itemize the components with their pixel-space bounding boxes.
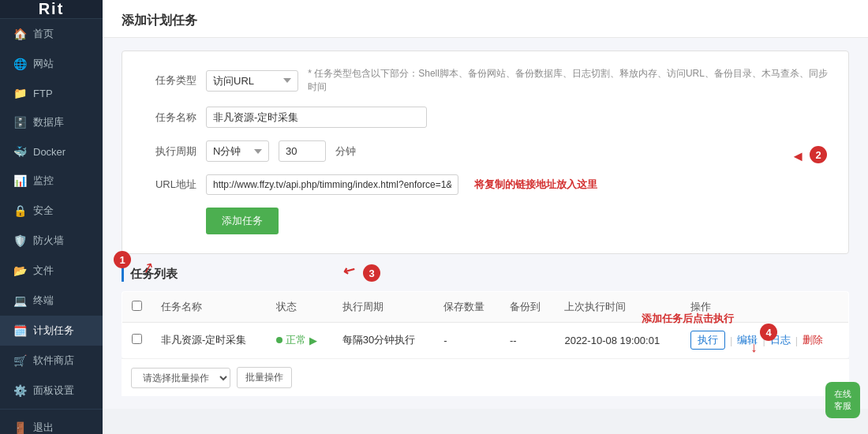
- select-all-checkbox[interactable]: [132, 301, 142, 311]
- annotation-badge-4: 4: [760, 324, 777, 341]
- panel-icon: ⚙️: [13, 384, 27, 397]
- url-input[interactable]: [206, 174, 458, 195]
- annotation-badge-1: 1: [114, 251, 131, 268]
- page-header: 添加计划任务: [103, 0, 868, 38]
- sidebar-label-docker: Docker: [33, 146, 65, 158]
- arrow-2: ◄: [791, 148, 805, 165]
- status-arrow: ▶: [309, 335, 317, 346]
- ftp-icon: 📁: [13, 87, 27, 99]
- sidebar-item-monitor[interactable]: 📊 监控: [0, 166, 103, 196]
- database-icon: 🗄️: [13, 116, 27, 129]
- task-name-input[interactable]: [206, 107, 427, 128]
- sidebar-item-appstore[interactable]: 🛒 软件商店: [0, 346, 103, 376]
- sidebar-item-firewall[interactable]: 🛡️ 防火墙: [0, 226, 103, 256]
- arrow-4: ↓: [750, 339, 758, 356]
- task-name-label: 任务名称: [141, 110, 196, 125]
- batch-action-button[interactable]: 批量操作: [237, 367, 292, 388]
- col-task-name: 任务名称: [152, 292, 267, 323]
- docker-icon: 🐳: [13, 145, 27, 158]
- row-task-name: 非凡资源-定时采集: [152, 323, 267, 358]
- sidebar-item-terminal[interactable]: 💻 终端: [0, 286, 103, 316]
- sidebar-label-crontab: 计划任务: [33, 324, 74, 338]
- sidebar-item-home[interactable]: 🏠 首页: [0, 19, 103, 49]
- website-icon: 🌐: [13, 58, 27, 70]
- sidebar-label-files: 文件: [33, 264, 54, 278]
- task-list-section: 任务列表 任务名称 状态 执行周期 保存数量 备份到 上次执行时间 操作: [122, 267, 849, 396]
- sidebar-item-panel[interactable]: ⚙️ 面板设置: [0, 376, 103, 406]
- crontab-icon: 🗓️: [13, 324, 27, 337]
- col-status: 状态: [267, 292, 333, 323]
- add-task-button-row: 添加任务: [141, 208, 829, 238]
- annotation-badge-2: 2: [810, 146, 827, 163]
- batch-action-select[interactable]: 请选择批量操作: [131, 368, 230, 388]
- table-row: 非凡资源-定时采集 正常 ▶ 每隔30分钟执行 - --: [122, 323, 849, 358]
- sidebar-logo: Rit: [0, 0, 103, 19]
- sidebar-label-firewall: 防火墙: [33, 234, 64, 248]
- sidebar-item-files[interactable]: 📂 文件: [0, 256, 103, 286]
- row-checkbox[interactable]: [132, 334, 142, 344]
- url-label: URL地址: [141, 178, 196, 192]
- sidebar-label-security: 安全: [33, 204, 54, 218]
- task-name-row: 任务名称: [141, 107, 829, 128]
- add-task-button[interactable]: 添加任务: [206, 208, 279, 234]
- sidebar-label-panel: 面板设置: [33, 383, 74, 398]
- annotation-hint-4: 添加任务后点击执行: [642, 312, 734, 326]
- sidebar-label-appstore: 软件商店: [33, 354, 74, 368]
- page-title: 添加计划任务: [122, 13, 197, 27]
- task-list-title: 任务列表: [122, 267, 849, 282]
- home-icon: 🏠: [13, 28, 27, 40]
- period-unit-select[interactable]: N分钟 每天 每周 每月 每小时: [206, 140, 269, 162]
- task-type-hint: * 任务类型包含以下部分：Shell脚本、备份网站、备份数据库、日志切割、释放内…: [308, 67, 829, 94]
- row-last-run: 2022-10-08 19:00:01: [555, 323, 681, 358]
- table-footer: 请选择批量操作 批量操作: [122, 358, 849, 396]
- row-save-count: -: [434, 323, 500, 358]
- task-type-select[interactable]: 访问URL Shell脚本 备份网站 备份数据库 日志切割 释放内存 备份目录 …: [206, 70, 298, 92]
- url-row: URL地址 将复制的链接地址放入这里: [141, 174, 829, 195]
- period-row: 执行周期 N分钟 每天 每周 每月 每小时 分钟: [141, 140, 829, 162]
- task-table: 任务名称 状态 执行周期 保存数量 备份到 上次执行时间 操作 非凡资源-定时: [122, 291, 849, 358]
- sidebar-item-security[interactable]: 🔒 安全: [0, 196, 103, 226]
- monitor-icon: 📊: [13, 174, 27, 187]
- appstore-icon: 🛒: [13, 354, 27, 367]
- delete-action-link[interactable]: 删除: [803, 333, 823, 347]
- sidebar-label-database: 数据库: [33, 115, 64, 129]
- url-hint: 将复制的链接地址放入这里: [474, 178, 597, 192]
- status-text: 正常: [286, 333, 306, 347]
- main-wrapper: 1 2 3 4 添加任务后点击执行 ◄ ↙ ↓ ↗ 添加计划任务 任务类型 访问…: [103, 0, 868, 434]
- sidebar-label-ftp: FTP: [33, 88, 53, 99]
- sidebar-item-ftp[interactable]: 📁 FTP: [0, 79, 103, 107]
- add-task-form: 任务类型 访问URL Shell脚本 备份网站 备份数据库 日志切割 释放内存 …: [122, 51, 849, 254]
- sidebar-label-logout: 退出: [33, 421, 54, 434]
- sidebar-item-database[interactable]: 🗄️ 数据库: [0, 107, 103, 137]
- sidebar-label-website: 网站: [33, 57, 54, 71]
- row-period: 每隔30分钟执行: [333, 323, 434, 358]
- logout-icon: 🚪: [13, 421, 27, 434]
- sidebar-label-monitor: 监控: [33, 174, 54, 188]
- files-icon: 📂: [13, 264, 27, 277]
- status-dot: [276, 337, 282, 343]
- sidebar-item-logout[interactable]: 🚪 退出: [0, 413, 103, 434]
- sidebar-item-website[interactable]: 🌐 网站: [0, 49, 103, 79]
- sidebar-label-terminal: 终端: [33, 294, 54, 308]
- row-status: 正常 ▶: [267, 323, 333, 358]
- sidebar-label-home: 首页: [33, 27, 54, 41]
- annotation-badge-3: 3: [363, 264, 380, 282]
- period-number-input[interactable]: [279, 140, 326, 162]
- task-type-label: 任务类型: [141, 73, 196, 88]
- chat-button[interactable]: 在线 客服: [825, 382, 860, 418]
- col-backup-to: 备份到: [500, 292, 555, 323]
- period-label: 执行周期: [141, 144, 196, 159]
- row-backup-to: --: [500, 323, 555, 358]
- sidebar-item-crontab[interactable]: 🗓️ 计划任务: [0, 316, 103, 346]
- sidebar-item-docker[interactable]: 🐳 Docker: [0, 137, 103, 166]
- terminal-icon: 💻: [13, 294, 27, 307]
- col-save-count: 保存数量: [434, 292, 500, 323]
- period-unit-label: 分钟: [335, 144, 356, 159]
- firewall-icon: 🛡️: [13, 234, 27, 247]
- security-icon: 🔒: [13, 204, 27, 217]
- task-type-row: 任务类型 访问URL Shell脚本 备份网站 备份数据库 日志切割 释放内存 …: [141, 67, 829, 94]
- run-action-link[interactable]: 执行: [690, 331, 725, 350]
- sidebar: Rit 🏠 首页 🌐 网站 📁 FTP 🗄️ 数据库 🐳 Docker 📊 监控…: [0, 0, 103, 434]
- col-period: 执行周期: [333, 292, 434, 323]
